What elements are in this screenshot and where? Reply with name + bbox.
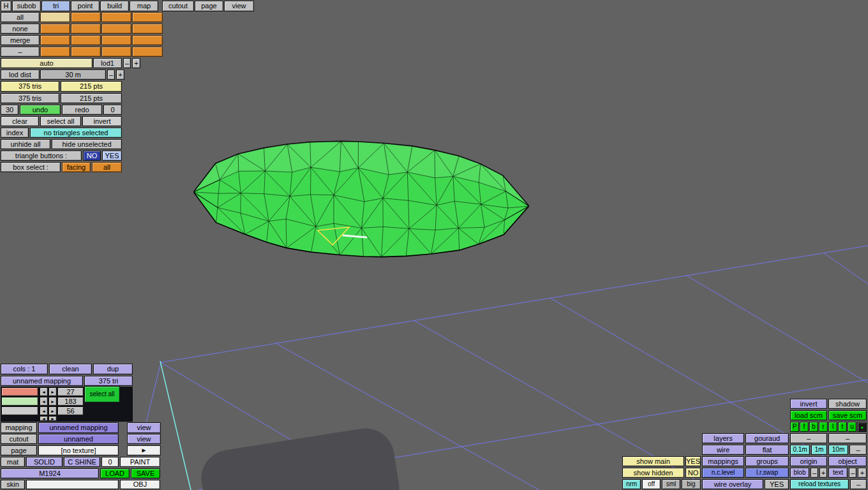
subob-cell[interactable] — [40, 47, 70, 57]
channel-right-icon[interactable]: ► — [49, 406, 57, 415]
gouraud-dash-button[interactable]: – — [828, 433, 867, 443]
lod-dist-plus-button[interactable]: + — [116, 70, 124, 80]
subob-cell[interactable] — [101, 47, 131, 57]
channel-right-icon[interactable]: ► — [49, 387, 57, 396]
mat-solid-button[interactable]: SOLID — [26, 457, 63, 467]
subob-dash-button[interactable]: – — [1, 47, 40, 57]
channel-value[interactable]: 183 — [57, 397, 84, 406]
subob-merge-button[interactable]: merge — [1, 35, 40, 45]
hide-unselected-button[interactable]: hide unselected — [52, 139, 122, 149]
color-swatch-red[interactable] — [1, 387, 38, 396]
menu-page[interactable]: page — [195, 1, 223, 11]
subob-cell[interactable] — [71, 12, 101, 22]
gouraud-button[interactable]: gouraud — [745, 433, 789, 443]
clean-button[interactable]: clean — [49, 364, 92, 375]
subob-all-button[interactable]: all — [1, 12, 40, 22]
page-row-label[interactable]: page — [1, 445, 37, 456]
load-scm-button[interactable]: load scm — [790, 410, 827, 420]
show-main-button[interactable]: show main — [622, 456, 684, 466]
blob-plus-button[interactable]: + — [819, 468, 827, 478]
redo-button[interactable]: redo — [62, 105, 102, 115]
reload-dash-button[interactable]: – — [850, 479, 867, 489]
layers-button[interactable]: layers — [702, 433, 744, 443]
obj-button[interactable]: OBJ — [120, 480, 160, 489]
reload-textures-button[interactable]: reload textures — [790, 479, 849, 489]
subob-cell[interactable] — [132, 47, 163, 57]
show-hidden-value[interactable]: NO — [685, 468, 701, 478]
channel-left-icon[interactable]: ◄ — [40, 406, 48, 415]
save-scm-button[interactable]: save scm — [828, 410, 867, 420]
mapping-name[interactable]: unnamed mapping — [1, 376, 83, 386]
cutout-view-button[interactable]: view — [127, 434, 161, 444]
subob-cell[interactable] — [71, 24, 101, 34]
channel-value[interactable]: 27 — [57, 387, 84, 396]
color-swatch-green[interactable] — [1, 397, 38, 406]
subob-cell[interactable] — [101, 24, 131, 34]
box-select-all[interactable]: all — [92, 162, 122, 172]
view-p-button[interactable]: P — [790, 422, 799, 432]
channel-right-icon[interactable]: ► — [49, 397, 57, 406]
save-button[interactable]: SAVE — [131, 468, 160, 479]
menu-subob[interactable]: subob — [12, 1, 41, 11]
index-button[interactable]: index — [1, 128, 29, 138]
subob-cell[interactable] — [101, 35, 131, 45]
menu-point[interactable]: point — [71, 1, 100, 11]
skin-name-field[interactable] — [26, 480, 119, 489]
nrm-sml-button[interactable]: sml — [662, 479, 680, 489]
layers-dash-button[interactable]: – — [790, 433, 827, 443]
nc-level-button[interactable]: n.c.level — [702, 468, 744, 478]
subob-none-button[interactable]: none — [1, 24, 40, 34]
view-left-button[interactable]: l — [828, 422, 837, 432]
subob-cell[interactable] — [132, 35, 163, 45]
cutout-row-value[interactable]: unnamed — [38, 434, 119, 444]
subob-cell[interactable] — [71, 47, 101, 57]
mappings-button[interactable]: mappings — [702, 456, 744, 466]
origin-button[interactable]: origin — [790, 456, 827, 466]
subob-cell[interactable] — [71, 35, 101, 45]
channel-left-icon[interactable]: ◄ — [40, 416, 48, 421]
text-plus-button[interactable]: + — [858, 468, 867, 478]
subob-cell[interactable] — [132, 24, 163, 34]
show-main-value[interactable]: YES — [685, 456, 701, 466]
groups-button[interactable]: groups — [745, 456, 789, 466]
color-swatch-gray[interactable] — [1, 406, 38, 415]
menu-map[interactable]: map — [130, 1, 158, 11]
undo-button[interactable]: undo — [20, 105, 61, 115]
view-back-button[interactable]: b — [809, 422, 818, 432]
subob-cell[interactable] — [40, 35, 70, 45]
subob-cell[interactable] — [101, 12, 131, 22]
menu-tri[interactable]: tri — [41, 1, 70, 11]
dup-button[interactable]: dup — [93, 364, 133, 375]
mat-cshine-button[interactable]: C SHINE — [64, 457, 100, 467]
shadow-button[interactable]: shadow — [828, 399, 867, 409]
blob-minus-button[interactable]: – — [811, 468, 818, 478]
grid-10m-button[interactable]: 10m — [828, 445, 848, 455]
menu-view[interactable]: view — [224, 1, 254, 11]
lod-button[interactable]: lod1 — [93, 58, 122, 68]
nrm-off-button[interactable]: off — [642, 479, 661, 489]
object-button[interactable]: object — [828, 456, 867, 466]
mat-shine-value[interactable]: 0 — [101, 457, 119, 467]
menu-cutout[interactable]: cutout — [162, 1, 194, 11]
clear-button[interactable]: clear — [1, 116, 39, 126]
channel-right-icon[interactable]: ► — [49, 416, 57, 421]
model-name[interactable]: M1924 — [1, 468, 99, 479]
lod-dist-minus-button[interactable]: – — [107, 70, 115, 80]
wire-overlay-value[interactable]: YES — [765, 479, 789, 489]
channel-value[interactable]: 56 — [57, 406, 84, 415]
show-hidden-button[interactable]: show hidden — [622, 468, 684, 478]
triangle-buttons-yes[interactable]: YES — [102, 151, 122, 161]
view-front-button[interactable]: f — [800, 422, 809, 432]
box-select-facing[interactable]: facing — [62, 162, 91, 172]
channel-left-icon[interactable]: ◄ — [40, 397, 48, 406]
channel-select-all-button[interactable]: select all — [84, 386, 120, 403]
subob-cell[interactable] — [132, 12, 163, 22]
lr-swap-button[interactable]: l.r.swap — [745, 468, 789, 478]
wire-overlay-button[interactable]: wire overlay — [702, 479, 763, 489]
channel-left-icon[interactable]: ◄ — [40, 387, 48, 396]
view-dot-icon[interactable]: ● — [857, 422, 867, 432]
subob-cell[interactable] — [40, 24, 70, 34]
menu-build[interactable]: build — [100, 1, 129, 11]
lod-dist-value[interactable]: 30 m — [40, 70, 106, 80]
view-top-button[interactable]: t — [838, 422, 847, 432]
